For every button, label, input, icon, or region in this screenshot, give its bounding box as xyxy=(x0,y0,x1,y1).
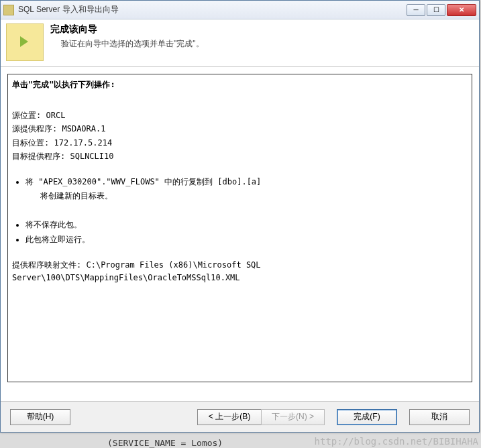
window-buttons: ─ ☐ ✕ xyxy=(407,4,476,16)
action-list-2: 将不保存此包。 此包将立即运行。 xyxy=(12,219,468,245)
page-heading: 完成该向导 xyxy=(50,23,204,36)
copy-action-text: 将 "APEX_030200"."WWV_FLOWS" 中的行复制到 [dbo]… xyxy=(25,177,261,186)
copy-action-item: 将 "APEX_030200"."WWV_FLOWS" 中的行复制到 [dbo]… xyxy=(25,176,468,203)
mapping-row: 提供程序映射文件: C:\Program Files (x86)\Microso… xyxy=(12,259,468,284)
nosave-item: 将不保存此包。 xyxy=(25,219,468,231)
close-button[interactable]: ✕ xyxy=(447,4,476,16)
wizard-icon xyxy=(6,23,44,61)
source-location-label: 源位置: xyxy=(12,111,41,120)
window-title: SQL Server 导入和导出向导 xyxy=(18,4,407,15)
minimize-button[interactable]: ─ xyxy=(407,4,425,16)
dest-location-value: 172.17.5.214 xyxy=(54,138,112,148)
back-button[interactable]: < 上一步(B) xyxy=(197,409,261,425)
action-list-1: 将 "APEX_030200"."WWV_FLOWS" 中的行复制到 [dbo]… xyxy=(12,176,468,203)
button-bar: 帮助(H) < 上一步(B) 下一步(N) > 完成(F) 取消 xyxy=(1,401,479,432)
dest-location-row: 目标位置: 172.17.5.214 xyxy=(12,137,468,150)
source-location-row: 源位置: ORCL xyxy=(12,109,468,122)
source-provider-row: 源提供程序: MSDAORA.1 xyxy=(12,123,468,135)
help-button[interactable]: 帮助(H) xyxy=(10,409,70,425)
arrow-icon xyxy=(20,36,28,47)
nav-button-pair: < 上一步(B) 下一步(N) > xyxy=(197,409,325,425)
copy-action-sub: 将创建新的目标表。 xyxy=(25,190,468,203)
cancel-button[interactable]: 取消 xyxy=(409,409,470,425)
wizard-window: SQL Server 导入和导出向导 ─ ☐ ✕ 完成该向导 验证在向导中选择的… xyxy=(0,0,480,433)
header-text: 完成该向导 验证在向导中选择的选项并单击"完成"。 xyxy=(50,23,204,61)
titlebar: SQL Server 导入和导出向导 ─ ☐ ✕ xyxy=(1,1,479,19)
next-button: 下一步(N) > xyxy=(261,409,325,425)
dest-provider-label: 目标提供程序: xyxy=(12,152,65,161)
dest-provider-value: SQLNCLI10 xyxy=(70,152,113,161)
summary-pane: 单击"完成"以执行下列操作: 源位置: ORCL 源提供程序: MSDAORA.… xyxy=(7,74,472,382)
page-subtitle: 验证在向导中选择的选项并单击"完成"。 xyxy=(50,38,204,50)
mapping-label: 提供程序映射文件: xyxy=(12,260,81,270)
background-text: (SERVICE_NAME = Lomos) xyxy=(107,438,223,448)
maximize-button[interactable]: ☐ xyxy=(427,4,445,16)
summary-title: 单击"完成"以执行下列操作: xyxy=(12,78,468,91)
source-provider-label: 源提供程序: xyxy=(12,124,57,133)
finish-button[interactable]: 完成(F) xyxy=(337,409,397,425)
source-provider-value: MSDAORA.1 xyxy=(62,124,105,133)
app-icon xyxy=(3,5,14,15)
watermark: http://blog.csdn.net/BIBIHAHA xyxy=(315,436,478,447)
wizard-header: 完成该向导 验证在向导中选择的选项并单击"完成"。 xyxy=(1,19,479,67)
dest-provider-row: 目标提供程序: SQLNCLI10 xyxy=(12,150,468,163)
runnow-item: 此包将立即运行。 xyxy=(25,233,468,246)
source-location-value: ORCL xyxy=(46,111,65,120)
dest-location-label: 目标位置: xyxy=(12,138,49,148)
